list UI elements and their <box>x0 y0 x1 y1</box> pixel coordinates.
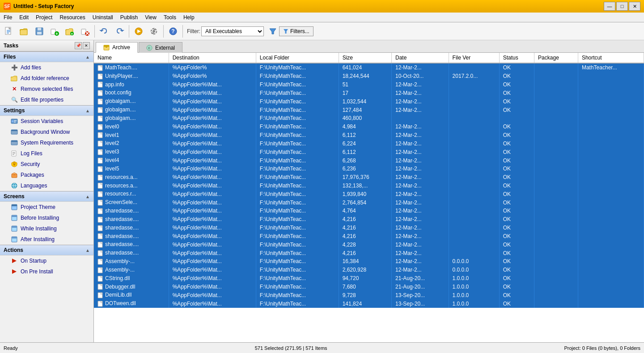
col-package[interactable]: Package <box>534 53 578 63</box>
sidebar-item-remove-files[interactable]: ✕ Remove selected files <box>0 84 93 94</box>
table-row[interactable]: CString.dll%AppFolder%\Mat...F:\UnityMat… <box>94 274 644 283</box>
table-row[interactable]: level5%AppFolder%\Mat...F:\UnityMathTeac… <box>94 165 644 173</box>
sidebar-item-while-installing[interactable]: While Installing <box>0 223 93 234</box>
save-button[interactable] <box>32 24 47 38</box>
open-button[interactable] <box>17 24 31 38</box>
col-ver[interactable]: File Ver <box>449 53 499 63</box>
table-row[interactable]: globalgam....%AppFolder%\Mat...F:\UnityM… <box>94 97 644 106</box>
file-table-container[interactable]: Name Destination Local Folder Size Date … <box>94 53 644 342</box>
menu-item-edit[interactable]: Edit <box>16 13 32 22</box>
remove-button[interactable]: ✕ <box>78 24 92 38</box>
table-row[interactable]: sharedasse....%AppFolder%\Mat...F:\Unity… <box>94 224 644 232</box>
table-row[interactable]: Assembly-...%AppFolder%\Mat...F:\UnityMa… <box>94 257 644 266</box>
table-row[interactable]: app.info%AppFolder%\Mat...F:\UnityMathTe… <box>94 81 644 89</box>
sidebar-item-sys-req[interactable]: System Requirements <box>0 137 93 148</box>
table-row[interactable]: sharedasse....%AppFolder%\Mat...F:\Unity… <box>94 249 644 257</box>
table-row[interactable]: level4%AppFolder%\Mat...F:\UnityMathTeac… <box>94 156 644 165</box>
maximize-button[interactable]: □ <box>616 2 628 11</box>
menu-item-publish[interactable]: Publish <box>117 13 141 22</box>
table-row[interactable]: boot.config%AppFolder%\Mat...F:\UnityMat… <box>94 89 644 97</box>
sidebar-item-security[interactable]: Security <box>0 159 93 170</box>
menu-item-view[interactable]: View <box>141 13 160 22</box>
section-settings[interactable]: Settings ▲ <box>0 105 93 116</box>
col-dest[interactable]: Destination <box>169 53 256 63</box>
col-size[interactable]: Size <box>339 53 391 63</box>
menu-item-uninstall[interactable]: Uninstall <box>89 13 117 22</box>
table-row[interactable]: sharedasse....%AppFolder%\Mat...F:\Unity… <box>94 240 644 249</box>
col-date[interactable]: Date <box>392 53 449 63</box>
log-files-icon <box>11 150 18 157</box>
sidebar-item-session-vars[interactable]: Session Variables <box>0 116 93 127</box>
sidebar-item-before-installing[interactable]: Before Installing <box>0 213 93 223</box>
table-row[interactable]: level2%AppFolder%\Mat...F:\UnityMathTeac… <box>94 139 644 148</box>
col-name[interactable]: Name <box>94 53 169 63</box>
table-row[interactable]: level1%AppFolder%\Mat...F:\UnityMathTeac… <box>94 131 644 140</box>
menu-item-help[interactable]: Help <box>180 13 198 22</box>
sidebar-item-after-installing[interactable]: After Installing <box>0 234 93 245</box>
sidebar-item-languages[interactable]: Languages <box>0 180 93 191</box>
sidebar-item-project-theme[interactable]: Project Theme <box>0 202 93 213</box>
tab-archive[interactable]: Archive <box>96 42 138 53</box>
sidebar-item-edit-props[interactable]: 🔍 Edit file properties <box>0 94 93 105</box>
folder-button[interactable]: + <box>63 24 77 38</box>
sidebar-item-add-folder[interactable]: Add folder reference <box>0 73 93 84</box>
undo-button[interactable] <box>97 24 111 38</box>
table-row[interactable]: Assembly-...%AppFolder%\Mat...F:\UnityMa… <box>94 266 644 274</box>
table-row[interactable]: ScreenSele...%AppFolder%\Mat...F:\UnityM… <box>94 198 644 207</box>
table-row[interactable]: resources.a...%AppFolder%\Mat...F:\Unity… <box>94 182 644 190</box>
cell-status: OK <box>499 148 534 156</box>
title-bar-controls[interactable]: — □ ✕ <box>604 2 640 11</box>
col-status[interactable]: Status <box>499 53 534 63</box>
tasks-close-btn[interactable]: ✕ <box>83 42 90 49</box>
filters-button[interactable]: Filters... <box>279 26 314 36</box>
edit-props-label: Edit file properties <box>21 97 64 103</box>
table-row[interactable]: sharedasse....%AppFolder%\Mat...F:\Unity… <box>94 207 644 215</box>
table-row[interactable]: level0%AppFolder%\Mat...F:\UnityMathTeac… <box>94 123 644 131</box>
sidebar-item-add-files[interactable]: ➕ Add files <box>0 62 93 73</box>
section-files[interactable]: Files ▲ <box>0 51 93 62</box>
filter-icon-btn[interactable] <box>267 24 278 38</box>
menu-item-resources[interactable]: Resources <box>56 13 89 22</box>
tasks-pin-btn[interactable]: 📌 <box>75 42 82 49</box>
section-screens[interactable]: Screens ▲ <box>0 191 93 202</box>
cell-ver: 2017.2.0... <box>449 72 499 81</box>
table-row[interactable]: resources.a...%AppFolder%\Mat...F:\Unity… <box>94 173 644 182</box>
col-shortcut[interactable]: Shortcut <box>578 53 644 63</box>
new-button[interactable] <box>2 24 16 38</box>
cell-name: level2 <box>94 139 169 148</box>
sidebar-item-on-startup[interactable]: On Startup <box>0 255 93 266</box>
sidebar-item-log-files[interactable]: Log Files <box>0 148 93 159</box>
tab-external[interactable]: E External <box>139 42 182 53</box>
settings-button[interactable] <box>147 24 161 38</box>
sidebar-item-on-pre-install[interactable]: On Pre Install <box>0 266 93 277</box>
section-actions[interactable]: Actions ▲ <box>0 245 93 255</box>
table-row[interactable]: Debugger.dll%AppFolder%\Mat...F:\UnityMa… <box>94 283 644 291</box>
build-button[interactable] <box>131 24 146 38</box>
table-row[interactable]: globalgam....%AppFolder%\Mat...F:\UnityM… <box>94 114 644 123</box>
minimize-button[interactable]: — <box>604 2 615 11</box>
close-button[interactable]: ✕ <box>629 2 640 11</box>
redo-button[interactable] <box>112 24 127 38</box>
cell-folder: F:\UnityMathTeac... <box>256 131 339 140</box>
help-button[interactable]: ? <box>166 24 180 38</box>
table-row[interactable]: level3%AppFolder%\Mat...F:\UnityMathTeac… <box>94 148 644 156</box>
cell-folder: F:\UnityMathTeac... <box>256 207 339 215</box>
sidebar-item-packages[interactable]: Packages <box>0 170 93 180</box>
filter-select[interactable]: All Executables All Files DLL Files EXE … <box>201 26 264 36</box>
menu-item-tools[interactable]: Tools <box>160 13 180 22</box>
table-row[interactable]: sharedasse....%AppFolder%\Mat...F:\Unity… <box>94 232 644 241</box>
table-row[interactable]: MathTeach....%AppFolder%F:\UnityMathTeac… <box>94 63 644 72</box>
add-button[interactable]: + <box>47 24 62 38</box>
table-row[interactable]: sharedasse....%AppFolder%\Mat...F:\Unity… <box>94 215 644 224</box>
table-row[interactable]: DOTween.dll%AppFolder%\Mat...F:\UnityMat… <box>94 299 644 308</box>
menu-item-file[interactable]: File <box>0 13 16 22</box>
cell-dest: %AppFolder%\Mat... <box>169 148 256 156</box>
table-row[interactable]: resources.r...%AppFolder%\Mat...F:\Unity… <box>94 190 644 198</box>
table-row[interactable]: globalgam....%AppFolder%\Mat...F:\UnityM… <box>94 106 644 114</box>
col-folder[interactable]: Local Folder <box>256 53 339 63</box>
sidebar-item-bg-window[interactable]: Background Window <box>0 127 93 137</box>
table-row[interactable]: UnityPlayer....%AppFolder%F:\UnityMathTe… <box>94 72 644 81</box>
table-row[interactable]: DemiLib.dll%AppFolder%\Mat...F:\UnityMat… <box>94 291 644 299</box>
tasks-header-controls[interactable]: 📌 ✕ <box>75 42 90 49</box>
menu-item-project[interactable]: Project <box>32 13 56 22</box>
